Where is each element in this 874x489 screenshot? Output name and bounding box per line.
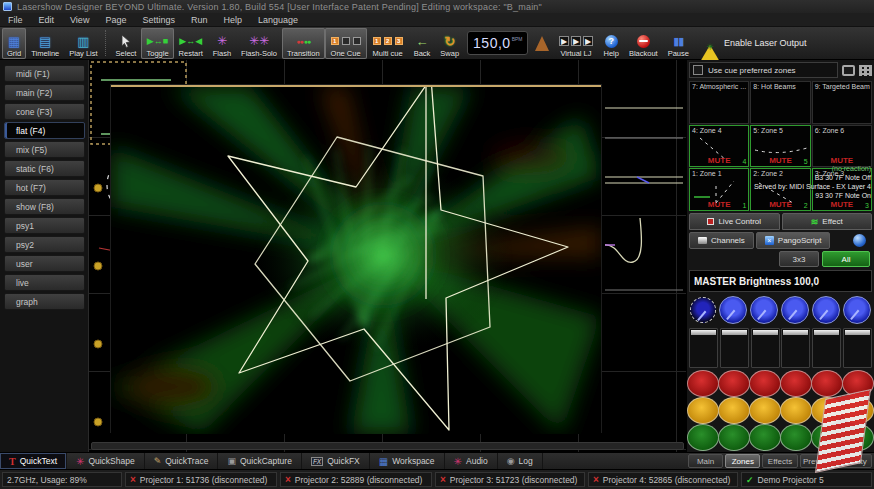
sidebar-item-static[interactable]: static (F6): [4, 160, 85, 177]
menu-language[interactable]: Language: [250, 15, 306, 25]
zone-cell-3[interactable]: 3: Zone 3 MUTE 3: [812, 168, 872, 211]
zone-cell-2[interactable]: 2: Zone 2 MUTE 2: [750, 168, 810, 211]
color-button-yellow[interactable]: [749, 397, 781, 424]
color-button-red[interactable]: [718, 370, 750, 397]
playlist-view-button[interactable]: ▥ Play List: [64, 28, 102, 59]
knob[interactable]: [690, 297, 716, 323]
sidebar-item-show[interactable]: show (F8): [4, 198, 85, 215]
pause-button[interactable]: ▮▮ Pause: [663, 28, 694, 59]
tab-quicktext[interactable]: T QuickText: [0, 453, 67, 469]
cue-grid[interactable]: [88, 60, 686, 452]
color-button-red[interactable]: [687, 370, 719, 397]
enable-laser-output-button[interactable]: ✳ Enable Laser Output: [700, 35, 807, 52]
fader-slider[interactable]: [751, 328, 780, 368]
color-button-red[interactable]: [780, 370, 812, 397]
one-cue-button[interactable]: 1 One Cue: [325, 28, 367, 59]
blackout-button[interactable]: Blackout: [624, 28, 663, 59]
color-button-green[interactable]: [780, 424, 812, 451]
laser-preview-window[interactable]: [111, 85, 601, 432]
knob[interactable]: [781, 296, 809, 324]
fader-slider[interactable]: [689, 328, 718, 368]
back-button[interactable]: ← Back: [409, 28, 436, 59]
grid-3x3-button[interactable]: 3x3: [779, 251, 819, 267]
color-button-yellow[interactable]: [718, 397, 750, 424]
sidebar-item-main[interactable]: main (F2): [4, 84, 85, 101]
sidebar-item-psy1[interactable]: psy1: [4, 217, 85, 234]
checkbox-icon[interactable]: [693, 65, 703, 75]
tab-effect[interactable]: ≋ Effect: [782, 213, 873, 230]
all-button[interactable]: All: [822, 251, 870, 267]
timeline-view-button[interactable]: ▤ Timeline: [26, 28, 64, 59]
menu-settings[interactable]: Settings: [134, 15, 183, 25]
globe-icon[interactable]: [853, 234, 866, 247]
sidebar-item-hot[interactable]: hot (F7): [4, 179, 85, 196]
fader-slider[interactable]: [720, 328, 749, 368]
tab-audio[interactable]: ✳ Audio: [445, 453, 498, 469]
zone-cell-9[interactable]: 9: Targeted Beam: [812, 81, 872, 124]
zone-cell-4[interactable]: 4: Zone 4 MUTE 4: [689, 125, 749, 168]
menu-view[interactable]: View: [62, 15, 97, 25]
bpm-display[interactable]: 150,0 BPM: [467, 31, 528, 55]
use-cue-preferred-zones[interactable]: Use cue preferred zones: [689, 62, 838, 78]
color-button-green[interactable]: [749, 424, 781, 451]
menu-edit[interactable]: Edit: [31, 15, 63, 25]
tab-channels[interactable]: Channels: [689, 232, 754, 249]
select-mode-button[interactable]: Select: [111, 28, 142, 59]
flash-button[interactable]: ✳ Flash: [208, 28, 236, 59]
color-button-yellow[interactable]: [687, 397, 719, 424]
metronome-icon[interactable]: [535, 36, 549, 51]
color-button-yellow[interactable]: [780, 397, 812, 424]
fader-slider[interactable]: [781, 328, 810, 368]
color-button-red[interactable]: [811, 370, 843, 397]
multi-cue-button[interactable]: 123 Multi cue: [367, 28, 409, 59]
zone-cell-1[interactable]: 1: Zone 1 MUTE 1: [689, 168, 749, 211]
tab-quickcapture[interactable]: ▣ QuickCapture: [218, 453, 301, 469]
help-button[interactable]: ? Help: [598, 28, 623, 59]
sidebar-item-graph[interactable]: graph: [4, 293, 85, 310]
status-projector-4[interactable]: × Projector 4: 52865 (disconnected): [588, 472, 738, 487]
transition-button[interactable]: ●●●● Transition: [282, 28, 325, 59]
fader-slider[interactable]: [843, 328, 872, 368]
tab-main[interactable]: Main: [688, 454, 723, 468]
color-button-green[interactable]: [687, 424, 719, 451]
status-projector-2[interactable]: × Projector 2: 52889 (disconnected): [280, 472, 432, 487]
zone-cell-8[interactable]: 8: Hot Beams: [750, 81, 810, 124]
zone-cell-7[interactable]: 7: Atmospheric ...: [689, 81, 749, 124]
knob[interactable]: [750, 296, 778, 324]
menu-help[interactable]: Help: [215, 15, 250, 25]
tab-quickshape[interactable]: ✳ QuickShape: [67, 453, 145, 469]
sidebar-item-midi[interactable]: midi (F1): [4, 65, 85, 82]
single-view-icon[interactable]: [842, 65, 855, 76]
grid-view-button[interactable]: ▦ Grid: [2, 28, 26, 59]
tab-zones[interactable]: Zones: [725, 454, 760, 468]
color-button-green[interactable]: [718, 424, 750, 451]
sidebar-item-cone[interactable]: cone (F3): [4, 103, 85, 120]
menu-file[interactable]: File: [0, 15, 31, 25]
horizontal-scrollbar[interactable]: [91, 442, 684, 450]
grid-view-icon[interactable]: [859, 65, 872, 76]
status-demo-projector-5[interactable]: ✓ Demo Projector 5: [741, 472, 872, 487]
sidebar-item-live[interactable]: live: [4, 274, 85, 291]
sidebar-item-user[interactable]: user: [4, 255, 85, 272]
zone-cell-6[interactable]: 6: Zone 6 MUTE: [812, 125, 872, 168]
toggle-play-button[interactable]: ▶↔■ Toggle: [141, 28, 173, 59]
knob[interactable]: [812, 296, 840, 324]
sidebar-item-flat[interactable]: flat (F4): [4, 122, 85, 139]
sidebar-item-psy2[interactable]: psy2: [4, 236, 85, 253]
knob[interactable]: [719, 296, 747, 324]
sidebar-item-mix[interactable]: mix (F5): [4, 141, 85, 158]
tab-effects[interactable]: Effects: [762, 454, 797, 468]
menu-run[interactable]: Run: [183, 15, 216, 25]
swap-button[interactable]: ↻ Swap: [435, 28, 464, 59]
tab-live-control[interactable]: Live Control: [689, 213, 780, 230]
flash-solo-button[interactable]: ✳✳ Flash-Solo: [236, 28, 282, 59]
color-button-red[interactable]: [749, 370, 781, 397]
status-projector-1[interactable]: × Projector 1: 51736 (disconnected): [125, 472, 277, 487]
virtual-lj-button[interactable]: ▶▶▶ Virtual LJ: [553, 28, 598, 59]
tab-log[interactable]: ◉ Log: [498, 453, 543, 469]
menu-page[interactable]: Page: [97, 15, 134, 25]
master-brightness-display[interactable]: MASTER Brightness 100,0: [689, 270, 872, 292]
restart-button[interactable]: ▶↔◀ Restart: [174, 28, 208, 59]
knob[interactable]: [843, 296, 871, 324]
tab-quicktrace[interactable]: ✎ QuickTrace: [145, 453, 219, 469]
